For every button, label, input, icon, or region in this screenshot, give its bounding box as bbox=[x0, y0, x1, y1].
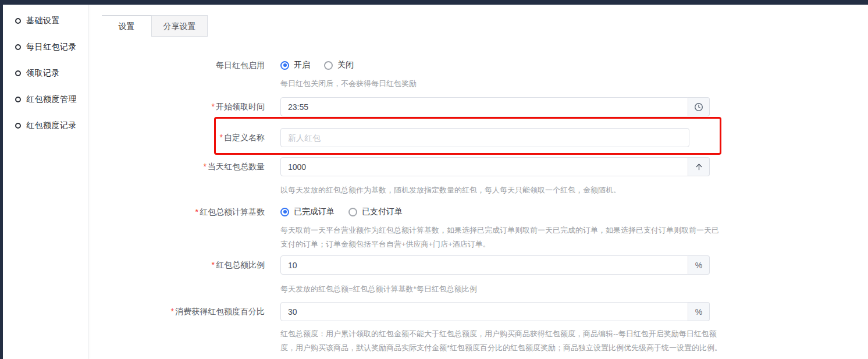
field-label: *当天红包总数量 bbox=[88, 157, 265, 176]
field-label: *红包总额比例 bbox=[88, 255, 265, 275]
field-label-text: 开始领取时间 bbox=[216, 102, 265, 111]
left-edge-bar bbox=[0, 0, 3, 359]
field-label: *消费获得红包额度百分比 bbox=[88, 302, 265, 321]
required-asterisk: * bbox=[220, 133, 223, 142]
required-asterisk: * bbox=[212, 102, 215, 111]
radio-label: 已完成订单 bbox=[294, 207, 335, 217]
percent-suffix: % bbox=[688, 255, 710, 275]
field-label: *自定义名称 bbox=[88, 128, 265, 147]
field-label-text: 红包总额比例 bbox=[216, 260, 265, 269]
form-row-custom-name: *自定义名称 bbox=[88, 128, 689, 147]
radio-enable-on[interactable] bbox=[280, 61, 289, 70]
field-label-text: 红包总额计算基数 bbox=[200, 207, 265, 216]
total-ratio-input[interactable] bbox=[280, 255, 688, 275]
form-row-start-time: *开始领取时间 bbox=[88, 97, 710, 116]
radio-label: 已支付订单 bbox=[362, 207, 403, 217]
radio-label: 关闭 bbox=[337, 60, 354, 70]
sidebar-item-quota-records[interactable]: 红包额度记录 bbox=[3, 112, 88, 138]
required-asterisk: * bbox=[204, 162, 207, 171]
required-asterisk: * bbox=[195, 207, 198, 216]
radio-enable-off[interactable] bbox=[324, 61, 333, 70]
field-label-text: 自定义名称 bbox=[224, 133, 265, 142]
circle-icon bbox=[15, 123, 21, 129]
top-bar bbox=[0, 0, 868, 5]
required-asterisk: * bbox=[171, 307, 174, 316]
radio-label: 开启 bbox=[294, 60, 310, 70]
daily-count-input[interactable] bbox=[280, 157, 688, 176]
sidebar-item-basic-settings[interactable]: 基础设置 bbox=[3, 8, 88, 34]
sidebar-item-label: 红包额度管理 bbox=[26, 94, 77, 105]
help-text: 每天发放的红包总额=红包总额计算基数*每日红包总额比例 bbox=[280, 282, 710, 296]
form-row-daily-count: *当天红包总数量 以每天发放的红包总额作为基数，随机发放指定数量的红包，每人每天… bbox=[88, 157, 710, 197]
clock-icon[interactable] bbox=[688, 97, 710, 116]
field-label: 每日红包启用 bbox=[88, 59, 265, 71]
radio-completed-orders[interactable] bbox=[280, 208, 289, 216]
sidebar-item-label: 基础设置 bbox=[26, 16, 60, 26]
circle-icon bbox=[15, 18, 21, 24]
circle-icon bbox=[15, 97, 21, 102]
help-text: 每天取前一天平台营业额作为红包总额计算基数，如果选择已完成订单则取前一天已完成的… bbox=[280, 223, 725, 251]
sidebar-item-daily-redpacket-records[interactable]: 每日红包记录 bbox=[3, 34, 88, 60]
field-label: *开始领取时间 bbox=[88, 97, 265, 116]
circle-icon bbox=[15, 44, 21, 50]
form-row-daily-enable: 每日红包启用 开启 关闭 每日红包关闭后，不会获得每日红包奖励 bbox=[88, 59, 417, 91]
tab-bar: 设置 分享设置 bbox=[102, 15, 208, 37]
help-text: 以每天发放的红包总额作为基数，随机发放指定数量的红包，每人每天只能领取一个红包，… bbox=[280, 183, 710, 197]
required-asterisk: * bbox=[212, 260, 215, 269]
field-label: *红包总额计算基数 bbox=[88, 206, 265, 218]
field-label-text: 当天红包总数量 bbox=[208, 162, 265, 171]
field-label-text: 每日红包启用 bbox=[216, 61, 265, 70]
sidebar-item-claim-records[interactable]: 领取记录 bbox=[3, 60, 88, 86]
sidebar-item-label: 每日红包记录 bbox=[26, 42, 77, 52]
help-text: 每日红包关闭后，不会获得每日红包奖励 bbox=[280, 77, 417, 91]
radio-paid-orders[interactable] bbox=[348, 208, 357, 216]
circle-icon bbox=[15, 70, 21, 76]
sidebar-item-label: 红包额度记录 bbox=[26, 120, 77, 131]
consume-ratio-input[interactable] bbox=[280, 302, 688, 321]
form-row-total-ratio: *红包总额比例 % 每天发放的红包总额=红包总额计算基数*每日红包总额比例 bbox=[88, 255, 710, 296]
start-time-input[interactable] bbox=[280, 97, 688, 116]
field-label-text: 消费获得红包额度百分比 bbox=[175, 307, 265, 316]
sidebar-item-label: 领取记录 bbox=[26, 68, 60, 79]
form-row-consume-ratio: *消费获得红包额度百分比 % 红包总额度：用户累计领取的红包金额不能大于红包总额… bbox=[88, 302, 725, 355]
arrow-up-icon[interactable] bbox=[688, 157, 710, 176]
help-text: 红包总额度：用户累计领取的红包金额不能大于红包总额度，用户购买商品获得红包额度，… bbox=[280, 327, 725, 355]
sidebar-item-quota-management[interactable]: 红包额度管理 bbox=[3, 86, 88, 112]
custom-name-input[interactable] bbox=[280, 128, 689, 147]
form-row-calc-base: *红包总额计算基数 已完成订单 已支付订单 每天取前一天平台营业额作为红包总额计… bbox=[88, 206, 725, 251]
tab-settings[interactable]: 设置 bbox=[102, 15, 151, 37]
percent-suffix: % bbox=[688, 302, 710, 321]
tab-share-settings[interactable]: 分享设置 bbox=[151, 15, 208, 37]
sidebar: 基础设置 每日红包记录 领取记录 红包额度管理 红包额度记录 bbox=[3, 5, 88, 359]
